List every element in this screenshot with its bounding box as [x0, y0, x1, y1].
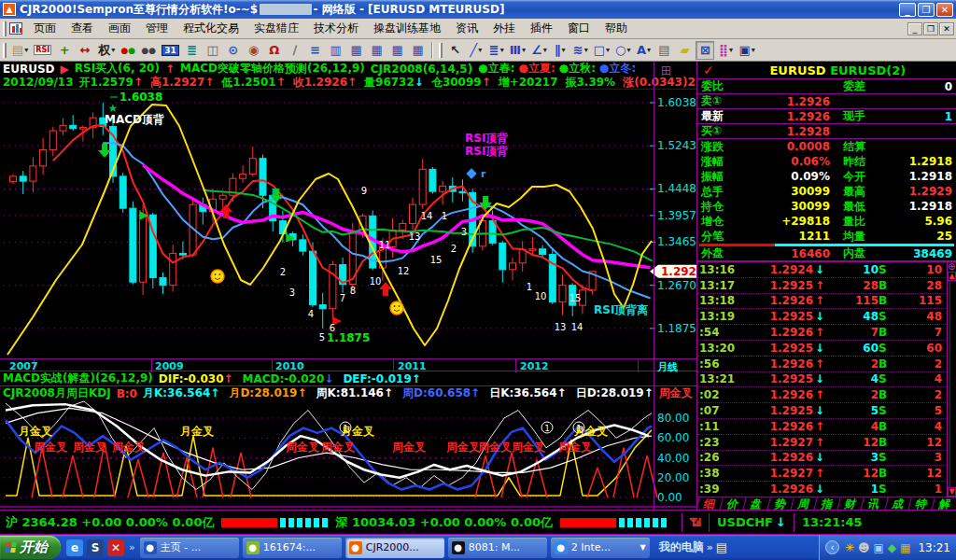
trendline-tool-icon[interactable]: ╱▾: [467, 41, 485, 60]
candlestick-chart[interactable]: 1.60381.52431.44481.39571.34651.26701.18…: [0, 90, 696, 358]
tick-list[interactable]: ⊕ ▲ ▼ 13:161.2924↓10S1013:171.2925↑28B28…: [697, 261, 956, 497]
browser-quicklaunch-icon[interactable]: S: [87, 539, 104, 556]
chart-window-icon-4[interactable]: ▦: [409, 41, 428, 60]
quote-tab-特[interactable]: 特: [907, 497, 935, 511]
tray-collapse-icon[interactable]: ‹: [825, 540, 839, 554]
scroll-down-icon[interactable]: ▼: [948, 487, 956, 497]
search-quote-icon[interactable]: ⊙: [224, 41, 243, 60]
mdi-child-icon[interactable]: [9, 22, 22, 35]
keyboard-icon[interactable]: ▤: [716, 540, 727, 554]
quote-tab-盘[interactable]: 盘: [743, 497, 770, 511]
grid-tray-icon[interactable]: ▦: [900, 541, 910, 554]
tick-row[interactable]: 13:191.2925↓48S48: [697, 309, 946, 325]
menu-item-外挂[interactable]: 外挂: [485, 19, 523, 38]
minimize-button[interactable]: _: [899, 3, 916, 17]
menu-item-技术分析[interactable]: 技术分析: [306, 19, 366, 38]
link-tray-icon[interactable]: ◆: [888, 541, 896, 554]
alarm-bell-icon[interactable]: Ω: [265, 41, 284, 60]
channel-tool-icon[interactable]: ∥▾: [551, 41, 569, 60]
rsi-indicator-icon[interactable]: RSI: [32, 41, 53, 60]
color-dots-icon[interactable]: ⣿▾: [716, 41, 735, 60]
desktop-band-label[interactable]: 我的电脑: [659, 539, 704, 555]
menubar-grip[interactable]: [3, 21, 7, 36]
menu-item-画面[interactable]: 画面: [101, 19, 138, 38]
deskband-chevron-icon[interactable]: »: [707, 541, 713, 553]
tick-row[interactable]: 13:161.2924↓10S10: [697, 262, 946, 278]
task-button-CJR2000[interactable]: ●CJR2000...: [345, 538, 444, 558]
rows-layout-icon[interactable]: ≡: [306, 41, 325, 60]
task-button-[interactable]: ●主页 - ...: [140, 538, 239, 558]
menu-item-查看[interactable]: 查看: [63, 19, 101, 38]
tick-row[interactable]: :071.2925↓5S5: [697, 403, 946, 419]
menu-item-管理[interactable]: 管理: [138, 19, 176, 38]
quote-tab-成[interactable]: 成: [884, 497, 911, 511]
tick-row[interactable]: :231.2927↑12B12: [697, 435, 946, 451]
tick-row[interactable]: :381.2927↑12B12: [697, 466, 946, 482]
tick-row[interactable]: 13:211.2925↓4S4: [697, 372, 946, 388]
rect-tool-icon[interactable]: □▾: [592, 41, 612, 60]
menu-item-资讯[interactable]: 资讯: [448, 19, 485, 38]
menu-item-窗口[interactable]: 窗口: [560, 19, 598, 38]
calendar-icon[interactable]: 31: [160, 41, 181, 60]
mdi-close-button[interactable]: ✕: [939, 22, 954, 35]
tick-row[interactable]: 13:171.2925↑28B28: [697, 278, 946, 294]
scroll-track[interactable]: [949, 281, 954, 487]
quote-tab-周[interactable]: 周: [790, 497, 817, 511]
traffic-light-icon[interactable]: ●●: [119, 41, 137, 60]
palette-icon[interactable]: ◉: [245, 41, 263, 60]
menu-item-实盘猎庄[interactable]: 实盘猎庄: [246, 19, 306, 38]
tick-row[interactable]: :561.2926↑2B2: [697, 357, 946, 372]
quote-tab-解[interactable]: 解: [931, 497, 956, 511]
task-button-161674[interactable]: ●161674:...: [243, 538, 342, 558]
next-pair-label[interactable]: USDCHF: [717, 515, 773, 529]
open-chart-icon[interactable]: ▤▾: [10, 41, 30, 60]
menu-item-插件[interactable]: 插件: [523, 19, 560, 38]
books-icon[interactable]: ≣: [183, 41, 202, 60]
hline-tool-icon[interactable]: ≣▾: [487, 41, 506, 60]
scroll-tool-icon[interactable]: ↔: [76, 41, 94, 60]
copy-tool-icon[interactable]: ▤: [654, 41, 673, 60]
tick-row[interactable]: :111.2926↑4B4: [697, 419, 946, 435]
chart-window-icon-2[interactable]: ▦: [368, 41, 387, 60]
rights-adjust-icon[interactable]: 权▾: [96, 41, 117, 60]
binoculars-icon[interactable]: ●●: [139, 41, 158, 60]
media-quicklaunch-icon[interactable]: ✕: [107, 539, 124, 556]
kdj-chart[interactable]: 80.0060.0040.0020.000.00月金叉月金叉月金叉月金叉周金叉周…: [0, 400, 696, 510]
users-tray-icon[interactable]: ☻: [858, 541, 870, 554]
eraser-tool-icon[interactable]: ▰: [675, 41, 694, 60]
lock-tool-icon[interactable]: ⊠: [696, 41, 714, 60]
menu-item-帮助[interactable]: 帮助: [598, 19, 635, 38]
tick-row[interactable]: :261.2926↓3S3: [697, 451, 946, 467]
mdi-restore-button[interactable]: ❐: [923, 22, 938, 35]
menu-item-程式化交易[interactable]: 程式化交易: [176, 19, 246, 38]
pen-tool-icon[interactable]: ∕: [286, 41, 304, 60]
mdi-minimize-button[interactable]: _: [907, 22, 922, 35]
chart-window-icon-3[interactable]: ▦: [388, 41, 407, 60]
burst-tray-icon[interactable]: ✳: [845, 541, 854, 554]
move-tool-icon[interactable]: +: [55, 41, 74, 60]
tick-row[interactable]: 13:181.2926↑115B115: [697, 294, 946, 310]
scroll-up-icon[interactable]: ▲: [948, 272, 956, 281]
menu-item-页面[interactable]: 页面: [26, 19, 63, 38]
pointer-tool-icon[interactable]: ↖: [446, 41, 465, 60]
tick-row[interactable]: :541.2926↑7B7: [697, 325, 946, 341]
toolbar-grip-1[interactable]: [3, 43, 7, 58]
task-button-2Inte[interactable]: ●2 Inte...▼: [551, 538, 650, 558]
menu-item-操盘训练基地[interactable]: 操盘训练基地: [366, 19, 448, 38]
task-button-8081M[interactable]: ●8081: M...: [448, 538, 547, 558]
gann-tool-icon[interactable]: ≋▾: [571, 41, 590, 60]
crosshair-icon[interactable]: ⊕: [948, 262, 955, 272]
ellipse-tool-icon[interactable]: ○▾: [613, 41, 632, 60]
tick-scrollbar[interactable]: ⊕ ▲ ▼: [947, 262, 956, 497]
columns-layout-icon[interactable]: ▥: [327, 41, 345, 60]
text-tool-icon[interactable]: A▾: [634, 41, 653, 60]
start-button[interactable]: 开始: [0, 536, 61, 559]
chart-window-icon-1[interactable]: ▦: [347, 41, 366, 60]
vline-tool-icon[interactable]: Ⅲ▾: [508, 41, 527, 60]
tick-row[interactable]: 13:201.2925↓60S60: [697, 341, 946, 357]
restore-button[interactable]: ❐: [918, 3, 935, 17]
ray-tool-icon[interactable]: ∠▾: [529, 41, 549, 60]
tick-row[interactable]: :021.2926↑2B2: [697, 387, 946, 403]
tick-row[interactable]: :391.2926↓1S1: [697, 482, 946, 497]
ie-quicklaunch-icon[interactable]: e: [66, 539, 83, 556]
